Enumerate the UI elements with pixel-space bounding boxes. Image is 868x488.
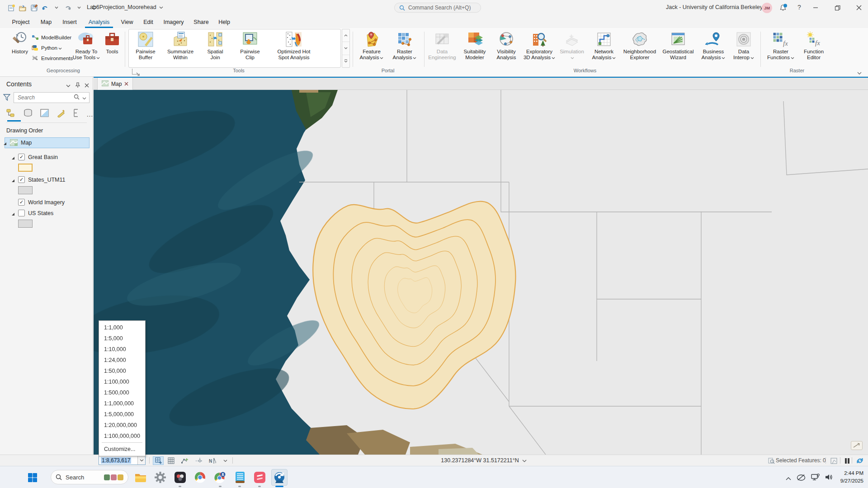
map-scale-combobox[interactable]: 1:8,673,617 — [99, 456, 146, 465]
tab-analysis[interactable]: Analysis — [85, 18, 113, 28]
scale-option[interactable]: 1:100,000 — [99, 376, 145, 387]
scale-option[interactable]: 1:100,000,000 — [99, 431, 145, 441]
refresh-icon[interactable] — [854, 456, 865, 465]
expand-icon[interactable] — [11, 178, 15, 184]
expand-icon[interactable] — [11, 211, 15, 218]
display-cast-icon[interactable] — [811, 474, 820, 483]
function-editor-button[interactable]: fx FunctionEditor — [798, 30, 830, 61]
states-utm11-swatch[interactable] — [18, 186, 33, 194]
help-button[interactable]: ? — [795, 4, 804, 11]
contents-collapse-icon[interactable] — [66, 81, 71, 89]
checkbox-unchecked[interactable] — [18, 210, 25, 216]
tab-share[interactable]: Share — [192, 18, 211, 28]
geostatistical-wizard-button[interactable]: GeostatisticalWizard — [659, 30, 697, 61]
filter-icon[interactable] — [3, 94, 10, 103]
status-more-dropdown-icon[interactable] — [220, 456, 231, 465]
expand-icon[interactable] — [3, 141, 7, 147]
gallery-scroll-down-icon[interactable] — [342, 42, 349, 55]
pin-icon[interactable] — [75, 81, 80, 89]
list-by-drawing-order-icon[interactable] — [6, 108, 16, 119]
pause-drawing-icon[interactable] — [842, 456, 853, 465]
scale-option[interactable]: 1:10,000 — [99, 344, 145, 355]
scale-option[interactable]: 1:50,000 — [99, 366, 145, 376]
layer-row-us-states[interactable]: US States — [0, 209, 93, 219]
layer-row-states-utm11[interactable]: ✓ States_UTM11 — [0, 175, 93, 185]
pane-layout-icon[interactable] — [153, 456, 164, 465]
spatial-join-button[interactable]: SpatialJoin — [202, 30, 229, 61]
pink-app-icon[interactable] — [254, 471, 266, 483]
history-button[interactable]: History — [7, 30, 33, 55]
taskbar-search[interactable]: Search — [51, 470, 128, 484]
expand-icon[interactable] — [11, 155, 15, 162]
tab-edit[interactable]: Edit — [141, 18, 156, 28]
modelbuilder-button[interactable]: ModelBuilder — [32, 34, 71, 41]
redo-icon[interactable] — [63, 4, 73, 12]
scale-customize-option[interactable]: Customize... — [99, 444, 145, 455]
file-explorer-icon[interactable] — [134, 471, 146, 483]
onedrive-paused-icon[interactable] — [797, 474, 806, 483]
collapse-ribbon-icon[interactable] — [857, 69, 862, 77]
list-by-data-source-icon[interactable] — [23, 108, 33, 119]
us-states-swatch[interactable] — [18, 220, 33, 228]
gallery-scroll-up-icon[interactable] — [342, 29, 349, 42]
map-canvas[interactable] — [94, 90, 868, 455]
scale-option[interactable]: 1:1,000,000 — [99, 398, 145, 409]
minimize-button[interactable] — [807, 0, 824, 15]
scale-dropdown-icon[interactable] — [137, 456, 145, 465]
notes-app-icon[interactable] — [234, 471, 246, 483]
snap-vertices-icon[interactable] — [179, 456, 190, 465]
save-project-icon[interactable] — [29, 4, 39, 12]
layer-row-world-imagery[interactable]: ✓ World Imagery — [0, 198, 93, 208]
command-search[interactable]: Command Search (Alt+Q) — [394, 3, 481, 13]
pairwise-buffer-button[interactable]: PairwiseBuffer — [130, 30, 161, 61]
scale-option[interactable]: 1:1,000 — [99, 322, 145, 333]
scale-option[interactable]: 1:5,000,000 — [99, 409, 145, 420]
neighborhood-explorer-button[interactable]: NeighborhoodExplorer — [620, 30, 660, 61]
list-by-labeling-icon[interactable] — [72, 108, 80, 119]
cursor-coordinates[interactable]: 130.2371284°W 31.5172211°N — [429, 457, 538, 464]
tab-help[interactable]: Help — [216, 18, 232, 28]
search-icon[interactable] — [74, 94, 80, 102]
start-button-icon[interactable] — [26, 471, 38, 483]
snapping-toggle-icon[interactable] — [193, 456, 204, 465]
arcgis-pro-taskbar-icon[interactable] — [271, 469, 288, 486]
scale-option[interactable]: 1:20,000,000 — [99, 420, 145, 431]
close-pane-icon[interactable] — [85, 81, 89, 89]
checkbox-checked[interactable]: ✓ — [18, 176, 25, 183]
environments-button[interactable]: Environments — [32, 55, 73, 61]
raster-analysis-button[interactable]: RasterAnalysis — [388, 30, 421, 61]
tab-map[interactable]: Map — [38, 18, 54, 28]
checkbox-checked[interactable]: ✓ — [18, 154, 25, 160]
contents-search-input[interactable] — [17, 94, 74, 101]
map-corner-widget[interactable] — [851, 441, 863, 450]
network-analysis-button[interactable]: NetworkAnalysis — [588, 30, 620, 61]
close-button[interactable] — [851, 0, 867, 15]
summarize-within-button[interactable]: SummarizeWithin — [164, 30, 197, 61]
checkbox-checked[interactable]: ✓ — [18, 199, 25, 206]
north-arrow-icon[interactable]: N — [207, 456, 218, 465]
tab-view[interactable]: View — [118, 18, 136, 28]
more-options[interactable]: … — [86, 110, 94, 118]
volume-icon[interactable] — [825, 474, 834, 483]
gallery-expand-icon[interactable] — [342, 55, 349, 67]
tray-expand-icon[interactable] — [786, 474, 791, 482]
project-title[interactable]: Lab6Projection_Moorehead — [87, 4, 163, 10]
map-view-tab[interactable]: Map — [97, 78, 133, 90]
suitability-modeler-button[interactable]: SuitabilityModeler — [458, 30, 491, 61]
tools-button[interactable]: Tools — [102, 30, 122, 55]
tab-insert[interactable]: Insert — [60, 18, 80, 28]
spatial-reference-icon[interactable] — [828, 456, 839, 465]
media-app-icon[interactable] — [174, 471, 186, 483]
taskbar-clock[interactable]: 2:44 PM 9/27/2025 — [835, 469, 863, 485]
visibility-analysis-button[interactable]: VisibilityAnalysis — [490, 30, 523, 61]
search-dropdown-icon[interactable] — [82, 94, 86, 102]
great-basin-swatch[interactable] — [18, 164, 33, 172]
grid-icon[interactable] — [165, 456, 176, 465]
scale-option[interactable]: 1:5,000 — [99, 333, 145, 344]
list-by-selection-icon[interactable] — [40, 108, 50, 119]
avatar[interactable]: JM — [762, 3, 772, 13]
close-tab-icon[interactable] — [124, 81, 128, 87]
restore-button[interactable] — [829, 0, 845, 15]
pairwise-clip-button[interactable]: PairwiseClip — [236, 30, 264, 61]
python-button[interactable]: Python — [32, 45, 64, 51]
